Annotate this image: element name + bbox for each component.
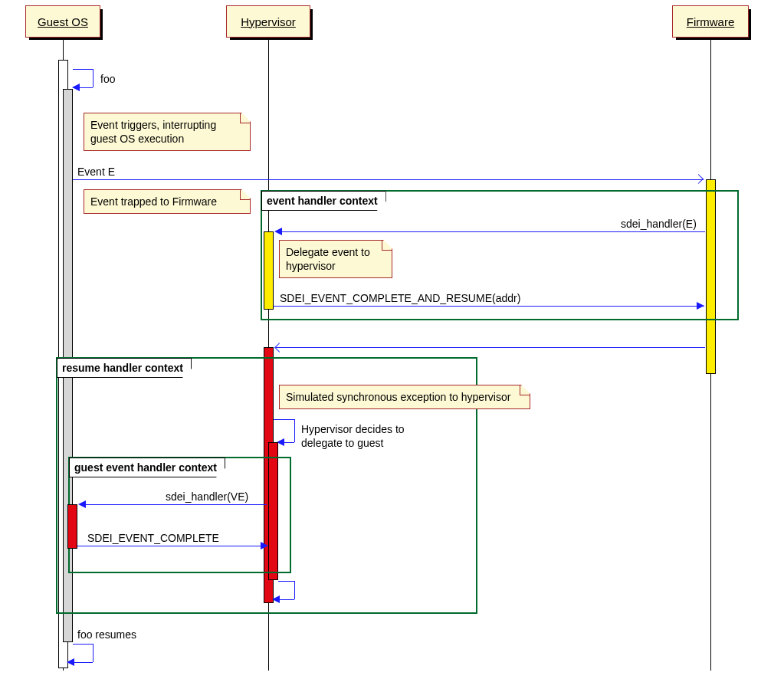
- arrow: [274, 306, 704, 307]
- arrowhead-icon: [78, 500, 86, 508]
- participant-firmware: Firmware: [672, 5, 749, 38]
- note-hyp-decides: Hypervisor decides to delegate to guest: [301, 422, 424, 450]
- message-event-complete: SDEI_EVENT_COMPLETE: [87, 532, 219, 544]
- arrow: [93, 69, 93, 87]
- arrowhead-icon: [694, 174, 704, 184]
- arrow: [294, 419, 295, 442]
- participant-label: Firmware: [687, 15, 735, 28]
- frame-label: guest event handler context: [69, 458, 225, 477]
- sequence-diagram: Guest OS Hypervisor Firmware foo Event t…: [0, 0, 784, 679]
- activation-guest-os-red: [67, 504, 77, 549]
- arrow: [274, 419, 294, 420]
- arrow: [276, 347, 705, 348]
- participant-label: Guest OS: [38, 15, 88, 28]
- note-text: Hypervisor decides to delegate to guest: [301, 423, 405, 449]
- participant-hypervisor: Hypervisor: [226, 5, 310, 38]
- message-event-e: Event E: [77, 166, 115, 178]
- arrowhead-icon: [274, 228, 282, 235]
- arrowhead-icon: [697, 302, 704, 310]
- arrow: [73, 179, 704, 180]
- frame-label: event handler context: [261, 191, 386, 211]
- arrow: [278, 581, 294, 582]
- arrow: [73, 69, 93, 70]
- note-text: Simulated synchronous exception to hyper…: [286, 391, 510, 403]
- participant-guest-os: Guest OS: [25, 5, 100, 38]
- message-complete-resume: SDEI_EVENT_COMPLETE_AND_RESUME(addr): [280, 292, 520, 304]
- frame-label: resume handler context: [57, 358, 192, 378]
- note-text: Delegate event to hypervisor: [286, 246, 370, 272]
- arrow: [93, 644, 93, 662]
- note-event-triggers: Event triggers, interrupting guest OS ex…: [84, 113, 251, 151]
- arrowhead-icon: [67, 658, 74, 666]
- arrowhead-icon: [261, 542, 268, 549]
- arrow: [80, 504, 267, 505]
- arrow: [77, 546, 267, 546]
- message-foo-resumes: foo resumes: [77, 628, 136, 641]
- note-delegate-hyp: Delegate event to hypervisor: [279, 240, 392, 278]
- message-sdei-handler-e: sdei_handler(E): [621, 218, 697, 230]
- activation-hypervisor-yellow: [264, 231, 274, 310]
- frame-guest-handler: guest event handler context: [68, 457, 291, 573]
- arrow: [73, 644, 93, 645]
- note-sim-exception: Simulated synchronous exception to hyper…: [279, 385, 530, 409]
- note-trapped: Event trapped to Firmware: [84, 189, 251, 214]
- arrowhead-icon: [274, 343, 284, 353]
- arrow: [276, 231, 705, 232]
- note-text: Event triggers, interrupting guest OS ex…: [90, 119, 216, 145]
- participant-label: Hypervisor: [241, 15, 296, 28]
- note-text: Event trapped to Firmware: [90, 195, 217, 208]
- arrow: [294, 581, 295, 599]
- message-sdei-handler-ve: sdei_handler(VE): [166, 490, 248, 503]
- arrowhead-icon: [72, 84, 80, 91]
- message-foo: foo: [100, 73, 115, 85]
- arrowhead-icon: [272, 595, 280, 603]
